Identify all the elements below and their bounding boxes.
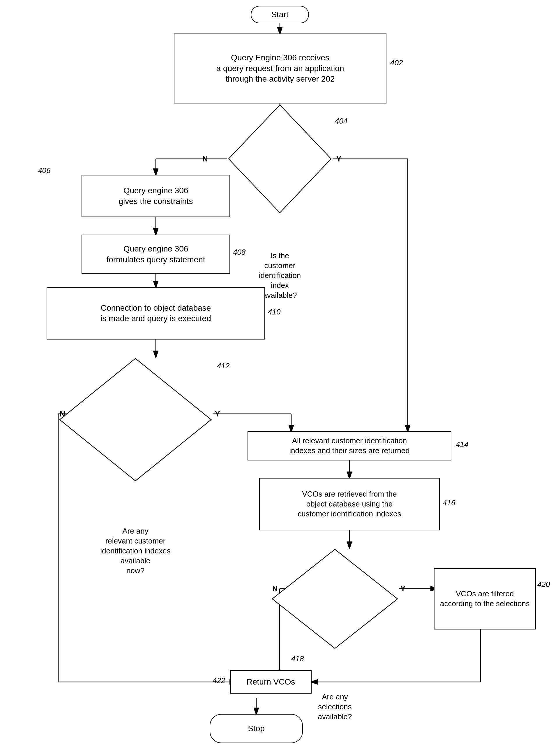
diamond-412-no: N [60,409,65,419]
box-408: Query engine 306 formulates query statem… [82,235,230,274]
ref-414: 414 [456,440,468,449]
diamond-418-yes: Y [400,584,405,593]
ref-420: 420 [537,580,550,589]
diamond-412-yes: Y [215,409,220,419]
box-410: Connection to object database is made an… [46,287,265,340]
box-422: Return VCOs [230,670,312,694]
diamond-412: Are anyrelevant customeridentification i… [58,357,213,482]
ref-416: 416 [443,498,455,507]
ref-422: 422 [213,676,225,685]
box-416-label: VCOs are retrieved from the object datab… [260,479,439,530]
box-406-label: Query engine 306 gives the constraints [82,175,229,216]
ref-410: 410 [268,307,280,316]
box-408-label: Query engine 306 formulates query statem… [82,235,229,273]
diamond-404-no: N [202,154,208,163]
stop-shape: Stop [210,714,303,743]
box-420: VCOs are filtered according to the selec… [434,568,536,630]
box-406: Query engine 306 gives the constraints [82,175,230,217]
ref-418: 418 [291,654,304,663]
box-402-label: Query Engine 306 receives a query reques… [175,34,386,103]
box-422-label: Return VCOs [231,671,311,693]
ref-412: 412 [217,361,229,370]
diamond-404-yes: Y [336,154,341,163]
flowchart-diagram: Start Query Engine 306 receives a query … [0,0,560,751]
svg-marker-23 [228,105,331,213]
stop-label: Stop [210,715,302,743]
diamond-404: Is thecustomeridentificationindexavailab… [227,103,333,214]
svg-marker-24 [60,359,211,481]
svg-marker-25 [272,549,398,649]
box-414: All relevant customer identification ind… [247,431,452,460]
box-414-label: All relevant customer identification ind… [248,432,451,460]
diamond-418: Are anyselectionsavailable? [271,548,399,650]
start-label: Start [251,6,308,23]
start-shape: Start [251,6,309,23]
box-410-label: Connection to object database is made an… [47,288,264,339]
box-420-label: VCOs are filtered according to the selec… [435,569,535,629]
ref-402: 402 [390,58,403,67]
box-416: VCOs are retrieved from the object datab… [259,478,440,531]
ref-406: 406 [38,166,51,175]
diamond-412-label: Are anyrelevant customeridentification i… [58,483,213,609]
box-402: Query Engine 306 receives a query reques… [174,34,386,103]
ref-404: 404 [335,117,347,126]
ref-408: 408 [233,248,245,257]
diamond-418-no: N [272,584,278,593]
